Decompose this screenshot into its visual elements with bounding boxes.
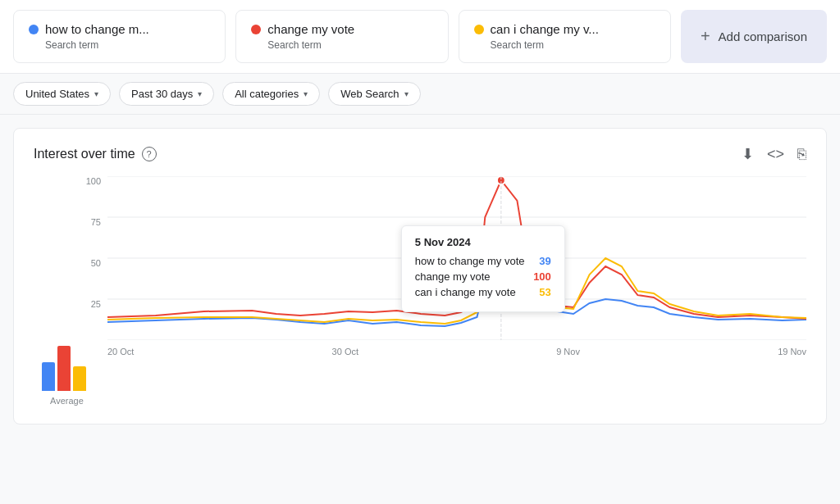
time-filter[interactable]: Past 30 days ▾ xyxy=(119,82,214,106)
geo-filter[interactable]: United States ▾ xyxy=(13,82,111,106)
tooltip-label-2: change my vote xyxy=(415,270,491,283)
share-icon[interactable]: ⎘ xyxy=(797,146,806,163)
tooltip-row-2: change my vote 100 xyxy=(415,270,551,283)
embed-icon[interactable]: <> xyxy=(767,146,784,163)
search-type-filter[interactable]: Web Search ▾ xyxy=(328,82,420,106)
time-filter-label: Past 30 days xyxy=(131,88,193,100)
mini-bar-chart xyxy=(42,342,86,391)
dot-red-icon xyxy=(251,25,261,34)
header-actions: ⬇ <> ⎘ xyxy=(742,145,806,163)
x-label-4: 19 Nov xyxy=(778,347,806,406)
y-label-50: 50 xyxy=(86,258,101,268)
add-comparison-button[interactable]: + Add comparison xyxy=(681,10,827,63)
search-terms-bar: how to change m... Search term change my… xyxy=(0,0,840,74)
tooltip-label-1: how to change my vote xyxy=(415,255,525,267)
filter-bar: United States ▾ Past 30 days ▾ All categ… xyxy=(0,74,840,115)
card-1-sub: Search term xyxy=(29,39,210,51)
category-filter[interactable]: All categories ▾ xyxy=(222,82,320,106)
search-term-card-3[interactable]: can i change my v... Search term xyxy=(459,10,671,63)
mini-bar-red xyxy=(57,346,71,391)
section-title-group: Interest over time ? xyxy=(34,147,157,161)
chevron-down-icon: ▾ xyxy=(304,89,308,98)
card-1-title: how to change m... xyxy=(45,22,149,36)
tooltip-label-3: can i change my vote xyxy=(415,286,516,298)
tooltip-row-1: how to change my vote 39 xyxy=(415,255,551,267)
chevron-down-icon: ▾ xyxy=(198,89,202,98)
chart-tooltip: 5 Nov 2024 how to change my vote 39 chan… xyxy=(401,225,565,312)
tooltip-val-3: 53 xyxy=(539,286,550,298)
chart-left-panel: 100 75 50 25 Average xyxy=(34,176,107,414)
x-axis-labels: 20 Oct 30 Oct 9 Nov 19 Nov xyxy=(107,347,806,406)
x-label-2: 30 Oct xyxy=(332,347,358,406)
chart-area: 100 75 50 25 Average xyxy=(34,176,806,414)
y-axis-labels: 100 75 50 25 xyxy=(86,176,101,340)
search-type-label: Web Search xyxy=(340,88,399,100)
dot-blue-icon xyxy=(29,25,39,34)
tooltip-row-3: can i change my vote 53 xyxy=(415,286,551,298)
interest-over-time-section: Interest over time ? ⬇ <> ⎘ 100 75 50 25… xyxy=(13,128,827,425)
card-2-sub: Search term xyxy=(251,39,432,51)
section-header: Interest over time ? ⬇ <> ⎘ xyxy=(34,145,806,163)
search-term-card-2[interactable]: change my vote Search term xyxy=(235,10,448,63)
card-3-sub: Search term xyxy=(474,39,655,51)
plus-icon: + xyxy=(701,27,710,46)
tooltip-date: 5 Nov 2024 xyxy=(415,236,551,248)
card-2-title: change my vote xyxy=(267,22,354,36)
search-term-card-1[interactable]: how to change m... Search term xyxy=(13,10,226,63)
card-3-title: can i change my v... xyxy=(491,22,599,36)
chevron-down-icon: ▾ xyxy=(404,89,409,98)
y-label-75: 75 xyxy=(86,217,101,227)
avg-label: Average xyxy=(50,396,84,406)
dot-yellow-icon xyxy=(474,25,484,34)
y-label-100: 100 xyxy=(86,176,101,186)
geo-filter-label: United States xyxy=(25,88,89,100)
download-icon[interactable]: ⬇ xyxy=(742,145,754,163)
mini-bar-blue xyxy=(42,362,55,391)
category-filter-label: All categories xyxy=(235,88,299,100)
x-label-1: 20 Oct xyxy=(107,347,134,406)
chevron-down-icon: ▾ xyxy=(94,89,98,98)
x-label-3: 9 Nov xyxy=(556,347,580,406)
chart-main: 5 Nov 2024 how to change my vote 39 chan… xyxy=(107,176,806,414)
tooltip-val-2: 100 xyxy=(533,270,551,283)
add-comparison-label: Add comparison xyxy=(719,30,807,43)
mini-bar-yellow xyxy=(73,366,86,391)
help-icon[interactable]: ? xyxy=(142,147,157,161)
section-title-text: Interest over time xyxy=(34,147,135,161)
y-label-25: 25 xyxy=(86,299,101,309)
tooltip-val-1: 39 xyxy=(539,255,550,267)
